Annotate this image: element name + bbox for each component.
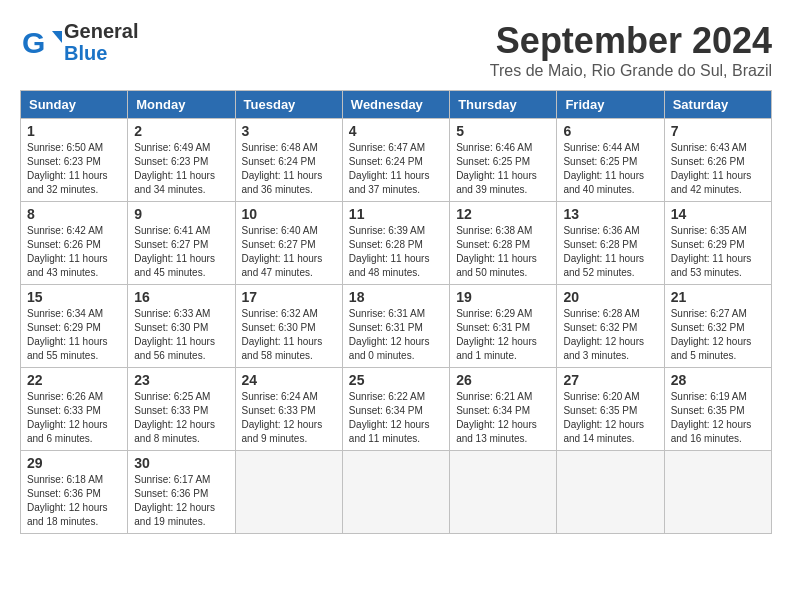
empty-cell-2 xyxy=(342,451,449,534)
empty-cell-4 xyxy=(557,451,664,534)
col-thursday: Thursday xyxy=(450,91,557,119)
day-6: 6 Sunrise: 6:44 AM Sunset: 6:25 PM Dayli… xyxy=(557,119,664,202)
col-friday: Friday xyxy=(557,91,664,119)
day-28: 28 Sunrise: 6:19 AM Sunset: 6:35 PM Dayl… xyxy=(664,368,771,451)
calendar-title: September 2024 xyxy=(490,20,772,62)
svg-marker-1 xyxy=(52,31,62,43)
day-27: 27 Sunrise: 6:20 AM Sunset: 6:35 PM Dayl… xyxy=(557,368,664,451)
day-16: 16 Sunrise: 6:33 AM Sunset: 6:30 PM Dayl… xyxy=(128,285,235,368)
title-section: September 2024 Tres de Maio, Rio Grande … xyxy=(490,20,772,80)
day-20: 20 Sunrise: 6:28 AM Sunset: 6:32 PM Dayl… xyxy=(557,285,664,368)
day-2: 2 Sunrise: 6:49 AM Sunset: 6:23 PM Dayli… xyxy=(128,119,235,202)
day-19: 19 Sunrise: 6:29 AM Sunset: 6:31 PM Dayl… xyxy=(450,285,557,368)
calendar-subtitle: Tres de Maio, Rio Grande do Sul, Brazil xyxy=(490,62,772,80)
day-15: 15 Sunrise: 6:34 AM Sunset: 6:29 PM Dayl… xyxy=(21,285,128,368)
day-18: 18 Sunrise: 6:31 AM Sunset: 6:31 PM Dayl… xyxy=(342,285,449,368)
logo-line2: Blue xyxy=(64,42,138,64)
day-17: 17 Sunrise: 6:32 AM Sunset: 6:30 PM Dayl… xyxy=(235,285,342,368)
day-8: 8 Sunrise: 6:42 AM Sunset: 6:26 PM Dayli… xyxy=(21,202,128,285)
day-4: 4 Sunrise: 6:47 AM Sunset: 6:24 PM Dayli… xyxy=(342,119,449,202)
day-25: 25 Sunrise: 6:22 AM Sunset: 6:34 PM Dayl… xyxy=(342,368,449,451)
empty-cell-3 xyxy=(450,451,557,534)
empty-cell-5 xyxy=(664,451,771,534)
day-26: 26 Sunrise: 6:21 AM Sunset: 6:34 PM Dayl… xyxy=(450,368,557,451)
day-23: 23 Sunrise: 6:25 AM Sunset: 6:33 PM Dayl… xyxy=(128,368,235,451)
empty-cell-1 xyxy=(235,451,342,534)
col-saturday: Saturday xyxy=(664,91,771,119)
col-tuesday: Tuesday xyxy=(235,91,342,119)
day-1: 1 Sunrise: 6:50 AM Sunset: 6:23 PM Dayli… xyxy=(21,119,128,202)
day-9: 9 Sunrise: 6:41 AM Sunset: 6:27 PM Dayli… xyxy=(128,202,235,285)
day-21: 21 Sunrise: 6:27 AM Sunset: 6:32 PM Dayl… xyxy=(664,285,771,368)
calendar-table: Sunday Monday Tuesday Wednesday Thursday… xyxy=(20,90,772,534)
svg-text:G: G xyxy=(22,26,45,59)
week-row-1: 1 Sunrise: 6:50 AM Sunset: 6:23 PM Dayli… xyxy=(21,119,772,202)
logo-line1: General xyxy=(64,20,138,42)
week-row-5: 29 Sunrise: 6:18 AM Sunset: 6:36 PM Dayl… xyxy=(21,451,772,534)
col-sunday: Sunday xyxy=(21,91,128,119)
day-3: 3 Sunrise: 6:48 AM Sunset: 6:24 PM Dayli… xyxy=(235,119,342,202)
logo-icon: G xyxy=(20,21,62,63)
col-wednesday: Wednesday xyxy=(342,91,449,119)
week-row-2: 8 Sunrise: 6:42 AM Sunset: 6:26 PM Dayli… xyxy=(21,202,772,285)
day-7: 7 Sunrise: 6:43 AM Sunset: 6:26 PM Dayli… xyxy=(664,119,771,202)
day-13: 13 Sunrise: 6:36 AM Sunset: 6:28 PM Dayl… xyxy=(557,202,664,285)
week-row-4: 22 Sunrise: 6:26 AM Sunset: 6:33 PM Dayl… xyxy=(21,368,772,451)
page-header: G General Blue September 2024 Tres de Ma… xyxy=(20,20,772,80)
day-30: 30 Sunrise: 6:17 AM Sunset: 6:36 PM Dayl… xyxy=(128,451,235,534)
day-29: 29 Sunrise: 6:18 AM Sunset: 6:36 PM Dayl… xyxy=(21,451,128,534)
week-row-3: 15 Sunrise: 6:34 AM Sunset: 6:29 PM Dayl… xyxy=(21,285,772,368)
day-11: 11 Sunrise: 6:39 AM Sunset: 6:28 PM Dayl… xyxy=(342,202,449,285)
logo: G General Blue xyxy=(20,20,138,64)
day-14: 14 Sunrise: 6:35 AM Sunset: 6:29 PM Dayl… xyxy=(664,202,771,285)
day-12: 12 Sunrise: 6:38 AM Sunset: 6:28 PM Dayl… xyxy=(450,202,557,285)
col-monday: Monday xyxy=(128,91,235,119)
day-24: 24 Sunrise: 6:24 AM Sunset: 6:33 PM Dayl… xyxy=(235,368,342,451)
day-5: 5 Sunrise: 6:46 AM Sunset: 6:25 PM Dayli… xyxy=(450,119,557,202)
day-22: 22 Sunrise: 6:26 AM Sunset: 6:33 PM Dayl… xyxy=(21,368,128,451)
day-10: 10 Sunrise: 6:40 AM Sunset: 6:27 PM Dayl… xyxy=(235,202,342,285)
